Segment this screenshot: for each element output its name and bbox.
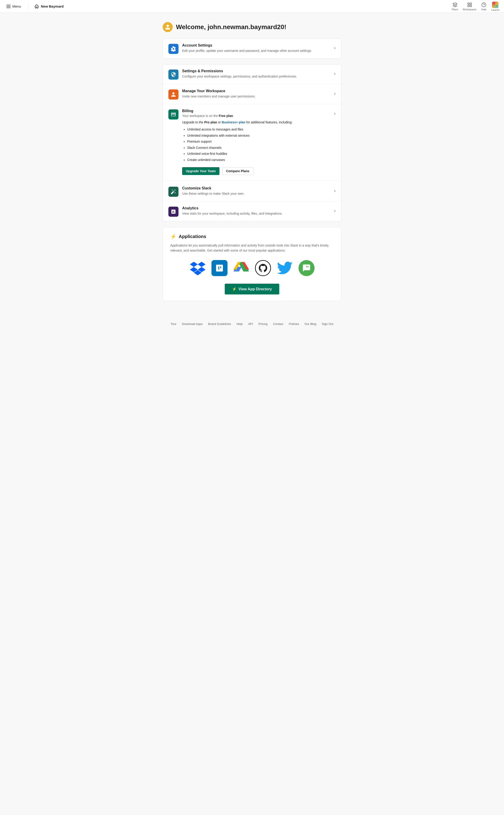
account-settings-desc: Edit your profile, update your username …: [182, 48, 331, 53]
footer-pricing[interactable]: Pricing: [258, 322, 268, 326]
svg-rect-7: [496, 3, 497, 4]
launch-icon: [492, 2, 499, 8]
svg-rect-6: [494, 3, 495, 4]
launch-label: Launch: [491, 8, 499, 11]
footer: Tour Download Apps Brand Guidelines Help…: [0, 315, 504, 337]
home-icon: [34, 4, 39, 9]
view-directory-label: View App Directory: [238, 287, 272, 291]
navbar-right: Plans Workspaces Help: [452, 2, 499, 11]
account-settings-content: Account Settings Edit your profile, upda…: [182, 43, 331, 53]
customize-slack-desc: Use these settings to make Slack your ow…: [182, 191, 331, 196]
billing-content: Billing Your workspace is on the Free pl…: [182, 109, 331, 175]
settings-permissions-content: Settings & Permissions Configure your wo…: [182, 69, 331, 79]
footer-brand-guidelines[interactable]: Brand Guidelines: [208, 322, 231, 326]
customize-slack-chevron: ›: [334, 188, 336, 193]
billing-plan-text: Your workspace is on the Free plan.: [182, 114, 331, 118]
svg-rect-2: [468, 5, 469, 6]
twitter-app[interactable]: [277, 260, 293, 276]
nav-launch[interactable]: Launch: [491, 2, 499, 11]
billing-section: Billing Your workspace is on the Free pl…: [163, 104, 341, 179]
github-icon: [258, 263, 268, 273]
billing-feature-5: Unlimited voice-first huddles: [187, 151, 331, 157]
workspace-card: Settings & Permissions Configure your wo…: [163, 64, 341, 222]
workspaces-label: Workspaces: [463, 8, 477, 11]
applications-icon: ⚡: [170, 234, 176, 240]
billing-features-list: Unlimited access to messages and files U…: [182, 126, 331, 163]
welcome-section: Welcome, john.newman.baymard20!: [163, 22, 341, 32]
billing-feature-6: Create unlimited canvases: [187, 157, 331, 163]
billing-title: Billing: [182, 109, 331, 113]
nav-plans[interactable]: Plans: [452, 2, 458, 11]
billing-actions: Upgrade Your Team Compare Plans: [182, 167, 331, 175]
view-directory-wrapper: ⚡ View App Directory: [170, 284, 334, 295]
customize-slack-icon: [168, 187, 178, 197]
help-icon: [481, 2, 487, 8]
view-app-directory-button[interactable]: ⚡ View App Directory: [225, 284, 279, 295]
customize-slack-title: Customize Slack: [182, 186, 331, 190]
permissions-icon: [171, 72, 176, 77]
twitter-icon: [277, 260, 293, 276]
billing-upgrade-text: Upgrade to the Pro plan or Business+ pla…: [182, 120, 331, 124]
dropbox-icon: [190, 260, 205, 276]
settings-permissions-chevron: ›: [334, 71, 336, 76]
footer-sign-out[interactable]: Sign Out: [322, 322, 334, 326]
svg-rect-3: [470, 5, 471, 6]
footer-policies[interactable]: Policies: [289, 322, 299, 326]
workspace-name: New Baymard: [34, 4, 64, 9]
footer-contact[interactable]: Contact: [273, 322, 283, 326]
welcome-title: Welcome, john.newman.baymard20!: [176, 23, 286, 31]
svg-rect-8: [494, 5, 495, 6]
plans-icon: [452, 2, 458, 8]
applications-title: Applications: [179, 234, 206, 239]
manage-workspace-row[interactable]: Manage Your Workspace Invite new members…: [163, 84, 341, 104]
applications-header: ⚡ Applications: [170, 234, 334, 240]
billing-feature-1: Unlimited access to messages and files: [187, 126, 331, 132]
trello-app[interactable]: [211, 260, 227, 276]
gear-icon: [171, 46, 176, 52]
account-settings-chevron: ›: [334, 45, 336, 50]
settings-permissions-row[interactable]: Settings & Permissions Configure your wo…: [163, 64, 341, 84]
help-label: Help: [481, 8, 487, 11]
view-directory-icon: ⚡: [232, 287, 237, 291]
apps-icons-row: [170, 260, 334, 276]
account-settings-row[interactable]: Account Settings Edit your profile, upda…: [163, 39, 341, 58]
quotebook-app[interactable]: [299, 260, 315, 276]
github-app[interactable]: [255, 260, 271, 276]
business-plan-link[interactable]: Business+ plan: [222, 120, 245, 124]
footer-api[interactable]: API: [248, 322, 253, 326]
analytics-icon: [168, 207, 178, 217]
menu-label: Menu: [12, 4, 21, 8]
navbar: Menu New Baymard Plans: [0, 0, 504, 13]
account-settings-title: Account Settings: [182, 43, 331, 47]
menu-button[interactable]: Menu: [5, 3, 23, 9]
gdrive-icon: [233, 260, 249, 276]
hamburger-icon: [6, 5, 11, 8]
gdrive-app[interactable]: [233, 260, 249, 276]
footer-help[interactable]: Help: [236, 322, 243, 326]
workspaces-icon: [467, 2, 472, 8]
analytics-row[interactable]: Analytics View stats for your workspace,…: [163, 201, 341, 221]
billing-plan-name: Free plan: [219, 114, 233, 118]
footer-blog[interactable]: Our Blog: [304, 322, 316, 326]
billing-feature-3: Premium support: [187, 138, 331, 145]
dropbox-app[interactable]: [189, 260, 206, 276]
nav-help[interactable]: Help: [481, 2, 487, 11]
manage-workspace-chevron: ›: [334, 91, 336, 96]
analytics-chevron: ›: [334, 208, 336, 213]
compare-plans-button[interactable]: Compare Plans: [222, 167, 253, 175]
nav-workspaces[interactable]: Workspaces: [463, 2, 477, 11]
settings-permissions-icon: [168, 69, 178, 80]
analytics-title: Analytics: [182, 206, 331, 210]
billing-chevron: ›: [334, 111, 336, 116]
footer-tour[interactable]: Tour: [171, 322, 176, 326]
customize-slack-row[interactable]: Customize Slack Use these settings to ma…: [163, 181, 341, 201]
upgrade-team-button[interactable]: Upgrade Your Team: [182, 167, 219, 175]
footer-download-apps[interactable]: Download Apps: [182, 322, 203, 326]
applications-card: ⚡ Applications Applications let you auto…: [163, 227, 341, 301]
manage-workspace-icon: [168, 89, 178, 99]
analytics-chart-icon: [171, 209, 176, 215]
applications-desc: Applications let you automatically pull …: [170, 243, 334, 253]
credit-card-icon: [171, 112, 176, 117]
user-avatar: [163, 22, 173, 32]
analytics-desc: View stats for your workspace, including…: [182, 211, 331, 216]
